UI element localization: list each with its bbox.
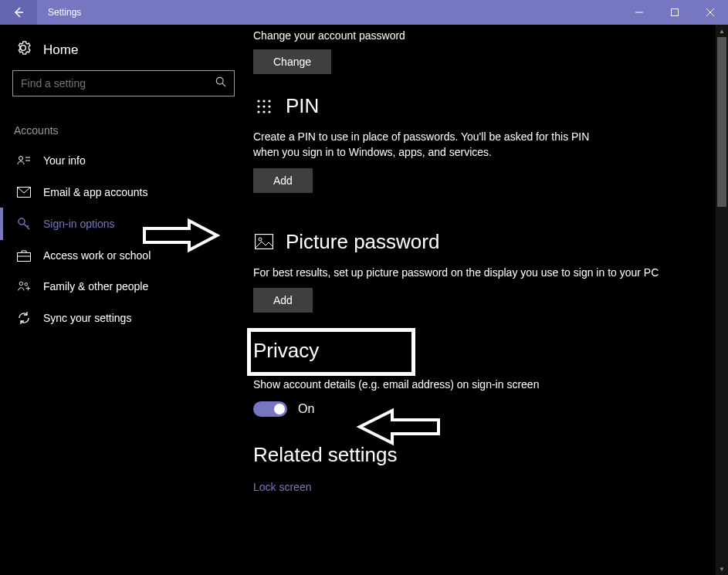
search-input-container[interactable]	[12, 70, 235, 96]
sidebar-item-email[interactable]: Email & app accounts	[0, 177, 247, 208]
maximize-icon	[671, 8, 679, 16]
svg-point-24	[268, 105, 270, 107]
svg-point-19	[257, 100, 259, 102]
related-heading: Related settings	[253, 443, 713, 467]
maximize-button[interactable]	[657, 0, 692, 25]
toggle-state-label: On	[298, 402, 314, 416]
scrollbar-thumb[interactable]	[717, 37, 726, 207]
svg-point-6	[19, 157, 23, 161]
svg-line-12	[27, 225, 29, 227]
svg-point-15	[19, 282, 23, 286]
window-title: Settings	[37, 0, 621, 25]
sidebar-item-label: Access work or school	[43, 249, 151, 262]
sidebar-item-family[interactable]: Family & other people	[0, 271, 247, 302]
window-controls	[621, 0, 728, 25]
svg-line-5	[222, 83, 225, 86]
titlebar: Settings	[0, 0, 728, 25]
svg-point-16	[25, 283, 28, 286]
add-pin-button[interactable]: Add	[253, 168, 313, 193]
key-icon	[17, 217, 31, 231]
annotation-box	[247, 328, 415, 376]
scroll-down-icon[interactable]: ▼	[716, 563, 728, 575]
toggle-knob	[274, 404, 285, 414]
sidebar-item-label: Family & other people	[43, 280, 148, 293]
password-desc: Change your account password	[253, 29, 713, 42]
pin-desc: Create a PIN to use in place of password…	[253, 129, 608, 161]
minimize-icon	[635, 8, 643, 16]
annotation-arrow-left	[355, 408, 440, 449]
svg-rect-1	[672, 9, 679, 16]
category-label: Accounts	[0, 110, 247, 144]
vertical-scrollbar[interactable]: ▲ ▼	[716, 25, 728, 575]
gear-icon	[15, 40, 31, 59]
svg-point-10	[19, 218, 25, 225]
sidebar-item-label: Sync your settings	[43, 312, 131, 324]
sidebar-item-your-info[interactable]: Your info	[0, 144, 247, 177]
privacy-toggle-label: Show account details (e.g. email address…	[253, 377, 713, 392]
person-card-icon	[17, 154, 31, 167]
briefcase-icon	[17, 249, 31, 262]
close-button[interactable]	[692, 0, 728, 25]
svg-point-29	[259, 238, 262, 241]
picture-icon	[253, 234, 275, 249]
pin-heading-row: PIN	[253, 94, 713, 118]
lock-screen-link[interactable]: Lock screen	[253, 481, 311, 493]
mail-icon	[17, 187, 31, 198]
annotation-arrow-right	[143, 218, 220, 256]
svg-point-23	[262, 105, 265, 107]
svg-point-26	[262, 110, 265, 113]
svg-rect-28	[256, 235, 273, 249]
svg-point-25	[257, 110, 259, 113]
picture-desc: For best results, set up picture passwor…	[253, 265, 713, 280]
main-content: Change your account password Change PIN …	[247, 25, 728, 575]
sidebar-item-label: Email & app accounts	[43, 186, 147, 198]
people-icon	[17, 280, 31, 293]
svg-point-4	[216, 77, 223, 84]
pin-pad-icon	[253, 98, 275, 115]
search-icon	[215, 76, 226, 90]
privacy-toggle[interactable]	[253, 401, 287, 417]
home-label: Home	[43, 42, 78, 58]
arrow-left-icon	[12, 6, 25, 19]
close-icon	[706, 8, 714, 16]
svg-point-27	[268, 110, 270, 113]
picture-heading: Picture password	[286, 230, 439, 254]
picture-heading-row: Picture password	[253, 230, 713, 254]
scroll-up-icon[interactable]: ▲	[716, 25, 728, 37]
sidebar-item-sync[interactable]: Sync your settings	[0, 302, 247, 334]
pin-heading: PIN	[286, 94, 319, 118]
sync-icon	[17, 311, 31, 325]
sidebar-item-label: Your info	[43, 154, 86, 167]
home-button[interactable]: Home	[0, 36, 247, 70]
svg-point-22	[257, 105, 259, 107]
sidebar: Home Accounts Your info Email & app acco…	[0, 25, 247, 575]
svg-rect-13	[18, 253, 31, 262]
svg-point-21	[268, 100, 270, 102]
add-picture-password-button[interactable]: Add	[253, 288, 313, 313]
sidebar-item-label: Sign-in options	[43, 218, 115, 230]
change-password-button[interactable]: Change	[253, 49, 331, 74]
back-button[interactable]	[0, 0, 37, 25]
search-input[interactable]	[21, 77, 215, 90]
svg-point-20	[262, 100, 265, 102]
minimize-button[interactable]	[621, 0, 657, 25]
